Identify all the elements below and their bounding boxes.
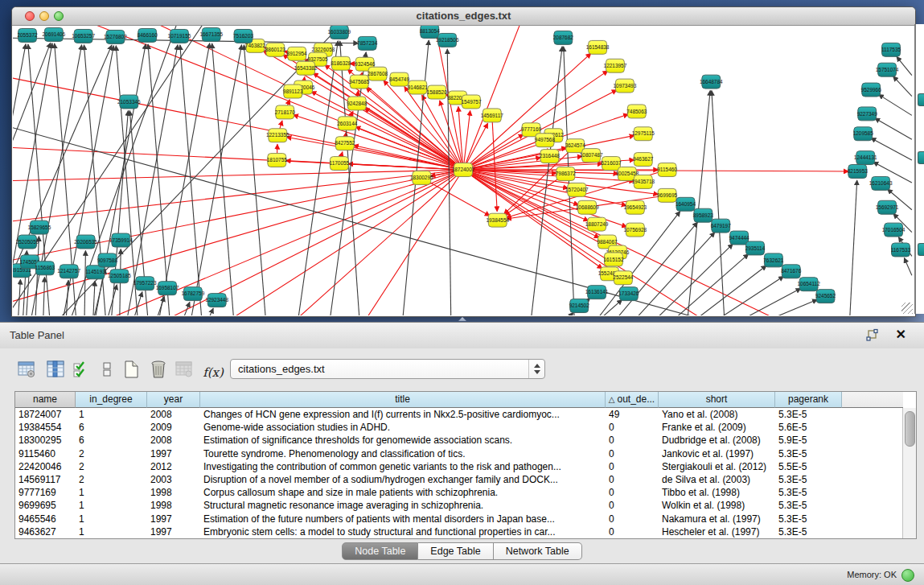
node[interactable]: 19218506 [436,33,459,47]
node[interactable]: 1209585 [853,127,874,141]
node[interactable]: 15692971 [876,200,899,214]
node[interactable]: 9097588 [97,253,118,267]
table-row[interactable]: 977716911998Corpus callosum shape and si… [15,486,903,499]
table-row[interactable]: 1938455462009Genome-wide association stu… [15,421,903,434]
table-selector-combobox[interactable]: citations_edges.txt [230,359,545,379]
table-row[interactable]: 1456911722003Disruption of a novel membe… [15,473,903,486]
node[interactable]: 17016504 [882,223,906,237]
node[interactable]: 16648784 [700,75,723,89]
column-header-short[interactable]: short [659,392,775,408]
node[interactable]: 10653257 [72,29,95,43]
node[interactable]: 15829655 [28,220,51,234]
node[interactable]: 1117535 [881,43,901,56]
column-header-pagerank[interactable]: pagerank [775,392,842,408]
selected-node[interactable]: 16154838 [586,40,610,54]
selected-node[interactable]: 2867608 [368,67,388,80]
column-header-name[interactable]: name [15,392,76,408]
selected-node[interactable]: 8427552 [335,137,355,150]
selected-node[interactable]: 18724007 [452,163,475,177]
node[interactable]: 9214502 [569,299,590,313]
window-resize-grip[interactable] [901,303,913,314]
selected-node[interactable]: 10807487 [580,149,603,163]
delete-table-button[interactable] [148,358,169,381]
selected-node[interactable]: 12975115 [632,127,655,141]
selected-node[interactable]: 8454749 [389,72,410,86]
node[interactable]: 1145193 [85,266,105,279]
selected-node[interactable]: 7485063 [626,105,647,118]
selected-node[interactable]: 9115460 [657,163,677,177]
selected-node[interactable]: 18807249 [585,217,609,231]
node[interactable]: 8466160 [138,28,158,42]
select-all-button[interactable] [71,358,92,381]
node[interactable]: 1733426 [618,287,639,301]
node[interactable]: 2055372 [17,28,38,42]
float-panel-icon[interactable] [864,328,879,343]
table-row[interactable]: 911546021997Tourette syndrome. Phenomeno… [15,447,903,460]
selected-node[interactable]: 9497568 [535,134,556,147]
selected-node[interactable]: 9146821 [408,80,429,94]
node[interactable]: 9227349 [857,107,878,121]
node[interactable]: 17359914 [109,233,133,247]
node[interactable]: 1640954 [676,197,696,211]
node[interactable]: 16210643 [869,176,893,190]
selected-node[interactable]: 7986372 [556,167,577,181]
panel-splitter-handle[interactable] [458,317,466,321]
selected-node[interactable]: 9242848 [347,97,368,110]
node[interactable]: 12444131 [854,151,877,165]
function-builder-button[interactable]: f(x) [199,361,227,384]
selected-node[interactable]: 2316448 [540,150,561,163]
node[interactable]: 25205059 [16,235,39,249]
node[interactable]: 2935114 [745,241,766,255]
node[interactable]: 12142757 [57,265,80,278]
node[interactable]: 8471676 [781,265,802,278]
table-row[interactable]: 1872400712008Changes of HCN gene express… [15,408,903,421]
selected-node[interactable]: 12213957 [604,59,627,72]
node[interactable]: 20206535 [74,235,97,249]
node[interactable]: 15276802 [104,30,127,43]
node[interactable]: 9529966 [861,83,882,97]
network-window[interactable]: citations_edges.txt [11,6,916,317]
import-table-disabled-button[interactable] [174,358,195,381]
close-panel-icon[interactable]: ✕ [896,327,906,342]
background-network-window[interactable] [914,24,924,314]
selected-node[interactable]: 10688609 [576,200,599,214]
node[interactable]: 8215953 [848,165,869,179]
node[interactable]: 6479197 [711,219,732,233]
new-file-button[interactable] [121,358,142,381]
node[interactable]: 1167533 [891,243,911,257]
selected-node[interactable]: 15720407 [565,183,589,196]
node[interactable]: 8958923 [693,208,714,222]
selected-node[interactable]: 1588520 [427,85,448,99]
show-columns-button[interactable] [45,358,66,381]
selected-node[interactable]: 8186328 [331,56,351,70]
selected-node[interactable]: 2522544 [613,271,634,285]
table-row[interactable]: 946362711997Embryonic stem cells: a mode… [15,525,903,538]
selected-node[interactable]: 19384554 [486,213,509,227]
node[interactable]: 1156863 [35,262,55,275]
node[interactable]: 21053346 [117,95,141,109]
tab-network-table[interactable]: Network Table [494,542,582,560]
table-row[interactable]: 969969511998Structural magnetic resonanc… [15,499,903,512]
selected-node[interactable]: 2718170 [275,105,296,119]
column-pair-button[interactable] [97,358,117,381]
selected-node[interactable]: 18300295 [410,171,433,184]
column-header-year[interactable]: year [147,392,200,408]
network-canvas[interactable]: 1872400774638228860123891295423226058932… [13,26,914,315]
selected-node[interactable]: 14569117 [481,109,504,122]
tab-node-table[interactable]: Node Table [342,542,418,560]
selected-node[interactable]: 8860123 [265,43,286,56]
selected-node[interactable]: 10756928 [623,223,647,237]
tab-edge-table[interactable]: Edge Table [418,542,493,560]
node[interactable]: 16671355 [199,27,223,41]
selected-node[interactable]: 19435718 [631,175,655,188]
node[interactable]: 16033809 [327,26,351,39]
selected-node[interactable]: 10973493 [614,79,637,93]
node[interactable]: 20691406 [42,27,65,41]
node[interactable]: 12923448 [205,294,228,307]
table-row[interactable]: 946554611997Estimation of the future num… [15,513,903,525]
node[interactable]: 16782759 [182,287,205,301]
column-header-out_de[interactable]: △out_de... [606,392,659,408]
selected-node[interactable]: 9475685 [349,75,370,89]
selected-node[interactable]: 12213355 [266,129,290,142]
node[interactable]: 2087682 [553,31,574,44]
